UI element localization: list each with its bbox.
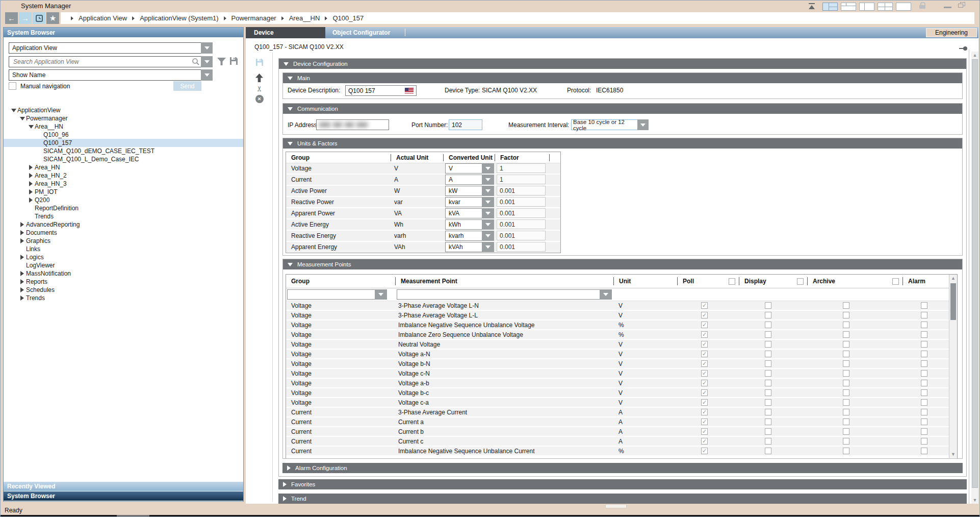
converted-unit-selector[interactable]: kVA (445, 208, 494, 218)
column-select-all-checkbox[interactable] (729, 278, 735, 285)
pin-icon[interactable] (959, 46, 967, 51)
chevron-down-icon[interactable] (482, 186, 494, 196)
tree-item[interactable]: Area_HN_2 (4, 171, 243, 180)
breadcrumb-item[interactable]: ApplicationView (System1) (140, 14, 218, 22)
search-icon[interactable] (192, 58, 200, 66)
display-mode-selector[interactable]: Show Name (9, 69, 213, 81)
alarm-checkbox[interactable] (921, 302, 927, 309)
tree-item[interactable]: ReportDefinition (4, 204, 243, 212)
converted-unit-selector[interactable]: V (445, 163, 494, 174)
converted-unit-selector[interactable]: kvarh (445, 231, 494, 241)
display-checkbox[interactable] (765, 418, 771, 425)
factor-input[interactable]: 0.001 (497, 231, 546, 240)
display-checkbox[interactable] (765, 380, 771, 386)
tree-expander-icon[interactable] (18, 271, 26, 276)
display-checkbox[interactable] (765, 351, 771, 357)
measurement-point-filter-selector[interactable] (397, 289, 612, 300)
tree-expander-icon[interactable] (18, 230, 26, 235)
tree-item[interactable]: Area_HN (4, 163, 243, 171)
alarm-configuration-section[interactable]: Alarm Configuration (282, 463, 963, 473)
alarm-checkbox[interactable] (921, 331, 927, 338)
view-selector[interactable]: Application View (9, 42, 213, 54)
alarm-checkbox[interactable] (921, 351, 927, 357)
archive-checkbox[interactable] (843, 331, 849, 338)
history-icon[interactable] (33, 12, 45, 24)
converted-unit-selector[interactable]: kvar (445, 197, 494, 207)
archive-checkbox[interactable] (843, 448, 849, 454)
tree-expander-icon[interactable] (18, 279, 26, 284)
converted-unit-selector[interactable]: kW (445, 186, 494, 196)
alarm-checkbox[interactable] (921, 370, 927, 377)
chevron-down-icon[interactable] (482, 219, 494, 230)
tree-item[interactable]: Area_HN_3 (4, 180, 243, 188)
alarm-checkbox[interactable] (921, 312, 927, 318)
favorites-star-icon[interactable]: ★ (46, 12, 59, 24)
factor-input[interactable]: 0.001 (497, 242, 546, 252)
tree-expander-icon[interactable] (18, 238, 26, 243)
alarm-checkbox[interactable] (921, 389, 927, 396)
archive-checkbox[interactable] (843, 399, 849, 406)
alarm-checkbox[interactable] (921, 409, 927, 415)
recently-viewed-bar[interactable]: Recently Viewed (4, 482, 243, 491)
converted-unit-selector[interactable]: kVAh (445, 242, 494, 252)
tree-item[interactable]: Schedules (4, 286, 243, 294)
main-vertical-scrollbar[interactable]: ▲ ▼ (971, 52, 978, 504)
filter-icon[interactable] (217, 58, 226, 67)
device-configuration-header[interactable]: Device Configuration (279, 59, 966, 69)
save-filter-icon[interactable] (229, 57, 238, 67)
measurement-point-row[interactable]: VoltageVoltage c-aV✓ (286, 398, 957, 407)
save-button[interactable] (255, 58, 264, 66)
poll-checkbox[interactable]: ✓ (701, 351, 708, 357)
tree-expander-icon[interactable] (18, 222, 26, 227)
tree-expander-icon[interactable] (27, 173, 35, 178)
breadcrumb-item[interactable]: Application View (79, 14, 127, 22)
tree-item[interactable]: Trends (4, 212, 243, 220)
alarm-checkbox[interactable] (921, 418, 927, 425)
search-input[interactable] (12, 58, 192, 66)
tree-item[interactable]: AdvancedReporting (4, 220, 243, 229)
move-up-icon[interactable] (255, 73, 264, 82)
tab-object-configurator[interactable]: Object Configurator (325, 27, 390, 38)
poll-checkbox[interactable]: ✓ (701, 428, 708, 435)
scroll-up-icon[interactable]: ▲ (971, 52, 978, 59)
poll-checkbox[interactable]: ✓ (701, 331, 708, 338)
trend-header[interactable]: Trend (278, 494, 967, 504)
communication-section-header[interactable]: Communication (283, 104, 962, 114)
tree-item[interactable]: SICAM_Q100_L_Demo_Case_IEC (4, 155, 243, 163)
archive-checkbox[interactable] (843, 438, 849, 445)
alarm-checkbox[interactable] (921, 322, 927, 328)
measurement-points-header[interactable]: Measurement Points (283, 259, 962, 269)
chevron-down-icon[interactable] (482, 231, 494, 241)
tree-expander-icon[interactable] (18, 117, 26, 120)
poll-checkbox[interactable]: ✓ (701, 418, 708, 425)
display-checkbox[interactable] (765, 341, 771, 348)
chevron-down-icon[interactable] (482, 175, 494, 185)
alarm-checkbox[interactable] (921, 341, 927, 348)
measurement-point-row[interactable]: VoltageVoltage b-NV✓ (286, 359, 957, 368)
chevron-down-icon[interactable] (637, 119, 649, 130)
chevron-down-icon[interactable] (201, 42, 213, 54)
tree-item[interactable]: Trends (4, 294, 243, 302)
converted-unit-selector[interactable]: A (445, 175, 494, 185)
layout-split-right-icon[interactable] (822, 3, 838, 11)
breadcrumb-item[interactable]: Area__HN (289, 14, 320, 22)
measurement-point-row[interactable]: CurrentImbalance Negative Sequence Unbal… (286, 447, 957, 455)
cancel-icon[interactable]: ✕ (255, 94, 264, 103)
alarm-checkbox[interactable] (921, 399, 927, 406)
units-factors-header[interactable]: Units & Factors (283, 138, 962, 149)
poll-checkbox[interactable]: ✓ (701, 438, 708, 445)
alarm-checkbox[interactable] (921, 380, 927, 386)
tree-expander-icon[interactable] (27, 125, 35, 129)
archive-checkbox[interactable] (843, 351, 849, 357)
poll-checkbox[interactable]: ✓ (701, 409, 708, 415)
tree-item[interactable]: Q200 (4, 196, 243, 204)
breadcrumb-item[interactable]: Powermanager (231, 14, 276, 22)
forward-button[interactable]: → (19, 12, 32, 24)
tree-item[interactable]: Links (4, 245, 243, 253)
minimize-button[interactable] (944, 7, 951, 8)
alarm-checkbox[interactable] (921, 360, 927, 367)
chevron-down-icon[interactable] (201, 69, 213, 81)
tree-item[interactable]: Area__HN (4, 122, 243, 131)
archive-checkbox[interactable] (843, 380, 849, 386)
tree-item[interactable]: Powermanager (4, 114, 243, 122)
